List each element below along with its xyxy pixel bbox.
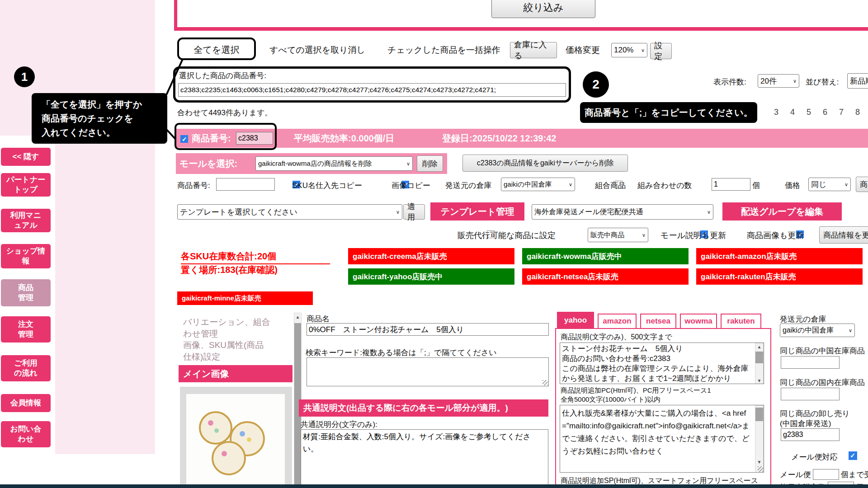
copy-code-input[interactable] bbox=[216, 178, 275, 191]
chevron-down-icon: ∨ bbox=[396, 209, 400, 215]
scroll-up-icon[interactable]: ▲ bbox=[755, 343, 763, 350]
filter-button[interactable]: 絞り込み bbox=[491, 0, 595, 18]
mail-limit-input[interactable] bbox=[813, 469, 839, 480]
image-copy-label: 画像コピー bbox=[392, 180, 430, 191]
apply-button[interactable]: 適用 bbox=[403, 204, 425, 220]
pagination: 3 4 5 6 7 8 bbox=[774, 108, 860, 117]
combo-label: 組合商品 bbox=[595, 180, 626, 191]
tab-netsea[interactable]: netsea bbox=[640, 314, 676, 329]
warehouse-in-button[interactable]: 倉庫に入る bbox=[510, 42, 557, 58]
template-select[interactable]: テンプレートを選択してください ∨ bbox=[177, 204, 402, 220]
page-link[interactable]: 7 bbox=[839, 108, 844, 117]
combo-unit-label: 個 bbox=[752, 180, 760, 191]
status-badge: gaikicraft-creema店未販売 bbox=[348, 248, 514, 264]
callout-step1-number: 1 bbox=[14, 66, 35, 87]
page-link[interactable]: 6 bbox=[823, 108, 827, 117]
tab-yahoo[interactable]: yahoo bbox=[557, 312, 594, 329]
template-select-value: テンプレートを選択してください bbox=[180, 207, 297, 217]
scrollbar-thumb[interactable] bbox=[755, 352, 763, 363]
set-button[interactable]: 設定 bbox=[650, 43, 672, 59]
pc-free-space-textarea[interactable]: 仕入れ販売&業者様が大量にご購入の場合は、<a href="mailto:inf… bbox=[560, 405, 764, 473]
mall-delete-select[interactable]: gaikicraft-wowma店の商品情報を削除 ∨ bbox=[255, 156, 413, 171]
domestic-stock-label: 同じ商品の国内在庫商品 bbox=[780, 377, 868, 388]
product-name-input[interactable] bbox=[307, 323, 549, 336]
page-link[interactable]: 3 bbox=[774, 108, 778, 117]
product-name-label: 商品名 bbox=[307, 314, 330, 324]
tab-rakuten[interactable]: rakuten bbox=[721, 314, 761, 329]
price-change-label: 価格変更 bbox=[566, 44, 600, 56]
combo-count-input[interactable] bbox=[712, 178, 750, 191]
product-photo[interactable] bbox=[186, 394, 285, 488]
display-count-select[interactable]: 20件 ∨ bbox=[758, 74, 799, 88]
chevron-down-icon: ∨ bbox=[642, 232, 646, 238]
price-label: 価格 bbox=[785, 180, 800, 191]
total-count-text: 合わせて4493件あります。 bbox=[177, 108, 273, 118]
resize-handle-icon[interactable] bbox=[542, 380, 548, 385]
common-description-textarea[interactable]: 材質:亜鉛合金製、入数:5個入り。サイズ:画像をご参考してください。 bbox=[301, 429, 548, 488]
chevron-down-icon: ∨ bbox=[844, 182, 848, 188]
warehouse-select[interactable]: gaikiの中国倉庫 ∨ bbox=[501, 178, 575, 191]
sidebar-item-product-management[interactable]: 商品 管理 bbox=[1, 279, 51, 306]
sales-efficiency-text: 平均販売効率:0.000個/日 bbox=[294, 132, 394, 145]
stock-location-link[interactable]: 置く場所:183(在庫確認) bbox=[181, 264, 278, 276]
page-link[interactable]: 8 bbox=[855, 108, 860, 117]
resize-handle-icon[interactable] bbox=[758, 466, 763, 472]
chevron-down-icon: ∨ bbox=[793, 78, 797, 84]
callout-step2-number: 2 bbox=[583, 71, 609, 98]
scroll-down-icon[interactable]: ▼ bbox=[755, 377, 763, 384]
page-link[interactable]: 4 bbox=[790, 108, 795, 117]
domestic-stock-input[interactable] bbox=[781, 388, 840, 400]
sidebar-item-usage-flow[interactable]: ご利用 の流れ bbox=[1, 355, 51, 381]
select-all-link[interactable]: 全てを選択 bbox=[177, 44, 256, 56]
scrollbar-thumb[interactable] bbox=[755, 408, 763, 421]
price-value: 同じ bbox=[811, 179, 826, 190]
shipping-select[interactable]: 海外倉庫発送メール便宅配便共通 ∨ bbox=[532, 204, 713, 220]
price-change-select[interactable]: 120% ∨ bbox=[611, 43, 647, 57]
display-count-label: 表示件数: bbox=[713, 77, 746, 87]
common-description-banner: 共通説明文(出品する際に右の各モール部分が適用。) bbox=[299, 399, 548, 417]
keyword-textarea[interactable] bbox=[307, 357, 549, 386]
edit-shipping-group-button[interactable]: 配送グループを編集 bbox=[722, 202, 842, 221]
combo-count-label: 組み合わせの数 bbox=[637, 180, 692, 191]
right-warehouse-label: 発送元の倉庫 bbox=[780, 314, 826, 324]
sidebar-item-hide[interactable]: << 隠す bbox=[1, 148, 51, 166]
mail-support-checkbox[interactable] bbox=[849, 451, 857, 460]
tab-amazon[interactable]: amazon bbox=[598, 314, 637, 329]
copy-product-button[interactable]: 商品をコピー bbox=[856, 177, 868, 192]
page: 絞り込み 全てを選択 すべての選択を取り消し チェックした商品を一括操作 倉庫に… bbox=[0, 0, 868, 488]
mall-description-textarea[interactable]: ストーン付お花チャーム 5個入り 商品のお問い合わせ番号:c2383 この商品は… bbox=[560, 343, 764, 384]
sidebar-item-manual[interactable]: 利用マニ ュアル bbox=[1, 209, 51, 232]
sort-select[interactable]: 新品順 bbox=[847, 73, 868, 89]
wholesale-input[interactable] bbox=[781, 428, 840, 441]
delete-button[interactable]: 削除 bbox=[417, 155, 443, 172]
china-stock-input[interactable] bbox=[781, 356, 840, 369]
page-link[interactable]: 5 bbox=[807, 108, 811, 117]
server-delete-button[interactable]: c2383の商品情報をgaikiサーバーから削除 bbox=[462, 155, 628, 172]
update-product-button[interactable]: 商品情報を更新 bbox=[819, 226, 868, 244]
selected-codes-input[interactable] bbox=[178, 83, 566, 97]
sidebar-item-member-info[interactable]: 会員情報 bbox=[1, 394, 51, 412]
variation-settings-link[interactable]: バリエーション、組合 わせ管理 画像、SKU属性(商品 仕様)設定 bbox=[183, 316, 298, 363]
scroll-up-icon[interactable]: ▲ bbox=[294, 313, 301, 321]
scroll-down-icon[interactable]: ▼ bbox=[755, 459, 763, 465]
chevron-down-icon: ∨ bbox=[707, 209, 711, 215]
status-badge: gaikicraft-rakuten店未販売 bbox=[696, 268, 863, 285]
mall-select-label: モールを選択: bbox=[179, 158, 237, 170]
status-badge: gaikicraft-yahoo店販売中 bbox=[348, 268, 514, 285]
sku-copy-label: SKU名仕入先コピー bbox=[292, 180, 362, 191]
template-manage-button[interactable]: テンプレート管理 bbox=[430, 202, 524, 221]
tab-wowma[interactable]: wowma bbox=[680, 314, 717, 329]
copy-code-label: 商品番号: bbox=[177, 180, 210, 191]
sidebar-item-contact[interactable]: お問い合 わせ bbox=[1, 421, 51, 447]
sidebar-item-partner-top[interactable]: パートナー トップ bbox=[1, 173, 51, 197]
right-warehouse-select[interactable]: gaikiの中国倉庫 ∨ bbox=[780, 324, 855, 337]
bulk-action-label: チェックした商品を一括操作 bbox=[387, 44, 500, 56]
mail-limit-row: メール便 個まで受 bbox=[780, 469, 868, 480]
price-select[interactable]: 同じ ∨ bbox=[808, 178, 851, 191]
chevron-down-icon: ∨ bbox=[849, 328, 852, 333]
sidebar-item-order-management[interactable]: 注文 管理 bbox=[1, 316, 51, 343]
agent-label: 販売代行可能な商品に設定 bbox=[458, 230, 556, 241]
status-select[interactable]: 販売中商品 ∨ bbox=[588, 228, 648, 242]
sidebar-item-shop-info[interactable]: ショップ情 報 bbox=[1, 244, 51, 268]
deselect-all-link[interactable]: すべての選択を取り消し bbox=[269, 44, 365, 56]
